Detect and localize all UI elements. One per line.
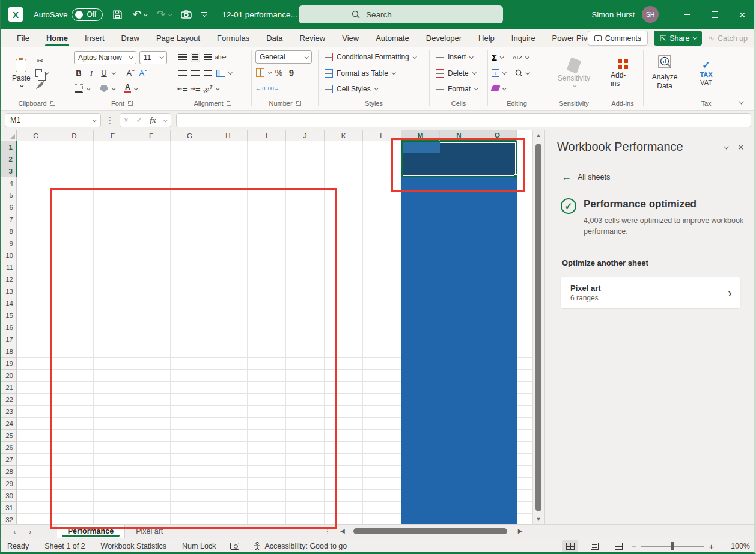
row-header-30[interactable]: 30 xyxy=(0,490,17,502)
delete-cells-button[interactable]: Delete xyxy=(433,65,484,81)
row-header-9[interactable]: 9 xyxy=(0,237,17,249)
increase-indent-icon[interactable]: ⇥☰ xyxy=(191,84,200,93)
excel-logo-icon[interactable]: X xyxy=(8,7,23,22)
tab-home[interactable]: Home xyxy=(38,29,76,47)
row-header-29[interactable]: 29 xyxy=(0,478,17,490)
row-header-21[interactable]: 21 xyxy=(0,382,17,394)
scroll-right-icon[interactable]: ▶ xyxy=(514,528,526,534)
tab-review[interactable]: Review xyxy=(291,29,334,47)
tab-file[interactable]: File xyxy=(8,29,38,47)
maximize-button[interactable] xyxy=(701,0,728,29)
row-header-26[interactable]: 26 xyxy=(0,442,17,454)
status-workbook-statistics[interactable]: Workbook Statistics xyxy=(101,542,167,550)
align-right-icon[interactable] xyxy=(203,68,213,78)
insert-cells-button[interactable]: Insert xyxy=(433,49,484,65)
tab-insert[interactable]: Insert xyxy=(76,29,113,47)
sheet-nav-left-icon[interactable]: ‹ xyxy=(13,527,16,536)
tab-formulas[interactable]: Formulas xyxy=(209,29,258,47)
zoom-slider[interactable] xyxy=(641,546,704,547)
tab-page-layout[interactable]: Page Layout xyxy=(148,29,209,47)
horizontal-scrollbar[interactable]: ◀ ▶ xyxy=(337,524,532,538)
align-center-icon[interactable] xyxy=(191,68,200,78)
analyze-data-button[interactable]: Analyze Data xyxy=(644,54,685,92)
row-header-18[interactable]: 18 xyxy=(0,345,17,358)
normal-view-button[interactable] xyxy=(562,540,578,552)
row-header-24[interactable]: 24 xyxy=(0,418,17,430)
redo-icon[interactable]: ↷ xyxy=(156,8,171,21)
clipboard-dialog-launcher[interactable] xyxy=(50,101,55,106)
row-header-27[interactable]: 27 xyxy=(0,454,17,466)
sheet-nav-right-icon[interactable]: › xyxy=(29,527,31,536)
number-format-select[interactable]: General xyxy=(255,50,312,64)
column-header-D[interactable]: D xyxy=(55,130,94,141)
share-button[interactable]: ⇱ Share xyxy=(654,31,702,46)
row-header-15[interactable]: 15 xyxy=(0,309,17,321)
row-header-20[interactable]: 20 xyxy=(0,370,17,382)
scroll-left-icon[interactable]: ◀ xyxy=(337,528,349,534)
tab-strip-dots[interactable]: ⋮ xyxy=(324,525,331,538)
horizontal-scroll-thumb[interactable] xyxy=(353,528,507,534)
align-bottom-icon[interactable] xyxy=(203,53,213,62)
collapse-ribbon-icon[interactable] xyxy=(739,99,743,104)
column-header-G[interactable]: G xyxy=(171,130,209,141)
row-header-19[interactable]: 19 xyxy=(0,358,17,370)
pixel-art-sheet-item[interactable]: Pixel art 6 ranges › xyxy=(561,277,740,308)
borders-icon[interactable] xyxy=(74,84,84,93)
column-header-H[interactable]: H xyxy=(209,130,248,141)
avatar[interactable]: SH xyxy=(642,6,659,23)
minimize-button[interactable] xyxy=(673,0,701,29)
bold-button[interactable]: B xyxy=(74,68,84,78)
format-as-table-button[interactable]: Format as Table xyxy=(322,65,425,81)
fill-color-icon[interactable] xyxy=(99,84,109,93)
sheet-tab-performance[interactable]: Performance xyxy=(57,525,125,538)
vertical-scroll-thumb[interactable] xyxy=(535,144,541,511)
comments-button[interactable]: Comments xyxy=(588,31,648,46)
row-header-4[interactable]: 4 xyxy=(0,177,17,189)
row-header-1[interactable]: 1 xyxy=(0,141,17,153)
tab-automate[interactable]: Automate xyxy=(367,29,418,47)
status-ready[interactable]: Ready xyxy=(7,542,29,550)
sort-filter-icon[interactable]: A↓Z xyxy=(513,55,522,61)
tax-vat-button[interactable]: ✓ TAX VAT xyxy=(695,59,717,87)
copy-button[interactable] xyxy=(35,68,48,78)
page-layout-view-button[interactable] xyxy=(587,540,602,552)
find-select-icon[interactable] xyxy=(515,69,523,77)
fill-handle[interactable] xyxy=(514,174,518,178)
addins-button[interactable]: Add-ins xyxy=(606,58,639,89)
number-dialog-launcher[interactable] xyxy=(296,101,301,106)
underline-button[interactable]: U xyxy=(99,68,109,78)
comma-style-icon[interactable]: 9 xyxy=(287,68,296,78)
column-header-N[interactable]: N xyxy=(440,130,478,141)
sheet-tab-pixel-art[interactable]: Pixel art xyxy=(125,525,174,538)
row-header-11[interactable]: 11 xyxy=(0,261,17,273)
row-header-3[interactable]: 3 xyxy=(0,165,17,177)
alignment-dialog-launcher[interactable] xyxy=(227,101,231,106)
align-top-icon[interactable] xyxy=(178,53,187,62)
pane-close-icon[interactable]: × xyxy=(737,142,744,153)
column-header-C[interactable]: C xyxy=(17,130,55,141)
customize-toolbar-icon[interactable] xyxy=(201,12,207,17)
row-header-6[interactable]: 6 xyxy=(0,201,17,213)
save-icon[interactable] xyxy=(112,10,123,20)
align-left-icon[interactable] xyxy=(178,68,187,78)
autosum-icon[interactable]: Σ xyxy=(492,52,497,62)
row-header-10[interactable]: 10 xyxy=(0,249,17,261)
paste-button[interactable]: Paste xyxy=(7,49,35,97)
column-header-O[interactable]: O xyxy=(478,130,517,141)
formula-input[interactable] xyxy=(176,113,751,127)
camera-icon[interactable] xyxy=(181,10,192,19)
macro-record-icon[interactable] xyxy=(230,543,239,550)
row-header-5[interactable]: 5 xyxy=(0,189,17,201)
accounting-format-icon[interactable] xyxy=(255,68,265,78)
all-sheets-back[interactable]: ← All sheets xyxy=(562,172,756,183)
cell-styles-button[interactable]: Cell Styles xyxy=(322,81,425,97)
row-header-31[interactable]: 31 xyxy=(0,502,17,514)
format-painter-icon[interactable] xyxy=(35,81,45,90)
column-header-I[interactable]: I xyxy=(248,130,286,141)
spreadsheet-grid[interactable]: CDEFGHIJKLMNO 12345678910111213141516171… xyxy=(0,130,532,524)
clear-icon[interactable] xyxy=(490,85,501,91)
conditional-formatting-button[interactable]: Conditional Formatting xyxy=(322,49,425,65)
zoom-out-button[interactable]: − xyxy=(626,541,641,552)
decrease-font-icon[interactable]: Aˇ xyxy=(138,68,148,78)
font-color-icon[interactable]: A xyxy=(124,84,131,93)
